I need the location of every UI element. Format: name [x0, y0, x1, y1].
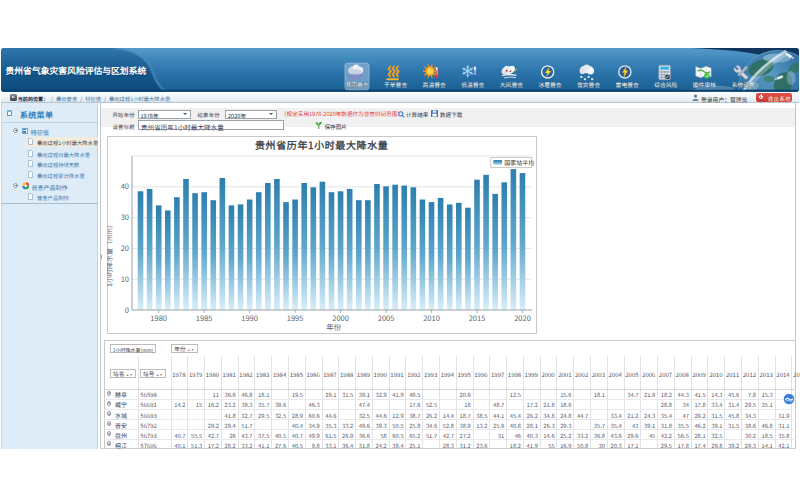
- svg-text:雷电普查: 雷电普查: [616, 80, 639, 89]
- svg-text:2020: 2020: [514, 312, 531, 323]
- svg-text:年份: 年份: [326, 321, 341, 332]
- svg-text:综合风险: 综合风险: [654, 80, 677, 89]
- svg-text:1980: 1980: [150, 312, 167, 323]
- svg-text:10: 10: [120, 273, 128, 284]
- svg-text:低温普查: 低温普查: [461, 80, 484, 89]
- svg-text:40: 40: [120, 180, 128, 191]
- svg-text:暴雨普查: 暴雨普查: [345, 80, 368, 89]
- svg-text:1985: 1985: [196, 312, 213, 323]
- svg-text:2005: 2005: [378, 312, 395, 323]
- svg-text:冰雹普查: 冰雹普查: [538, 80, 561, 89]
- svg-text:1990: 1990: [241, 312, 258, 323]
- svg-text:30: 30: [120, 211, 128, 222]
- svg-text:1小时降水量（mm）: 1小时降水量（mm）: [107, 221, 114, 287]
- svg-text:0: 0: [125, 304, 129, 315]
- svg-text:1995: 1995: [287, 312, 304, 323]
- svg-text:2015: 2015: [468, 312, 485, 323]
- svg-text:20: 20: [120, 242, 128, 253]
- svg-text:系统设置: 系统设置: [731, 80, 754, 89]
- svg-text:干旱普查: 干旱普查: [384, 80, 407, 89]
- svg-text:2010: 2010: [423, 312, 440, 323]
- svg-text:大风普查: 大风普查: [500, 80, 523, 89]
- svg-text:贵州省气象灾害风险评估与区划系统: 贵州省气象灾害风险评估与区划系统: [6, 64, 147, 77]
- svg-text:国家站平均: 国家站平均: [504, 158, 534, 167]
- svg-text:贵州省历年1小时最大降水量: 贵州省历年1小时最大降水量: [255, 137, 388, 152]
- svg-text:图件审核: 图件审核: [693, 80, 716, 89]
- svg-text:雪灾普查: 雪灾普查: [577, 80, 600, 89]
- svg-text:高温普查: 高温普查: [423, 80, 446, 89]
